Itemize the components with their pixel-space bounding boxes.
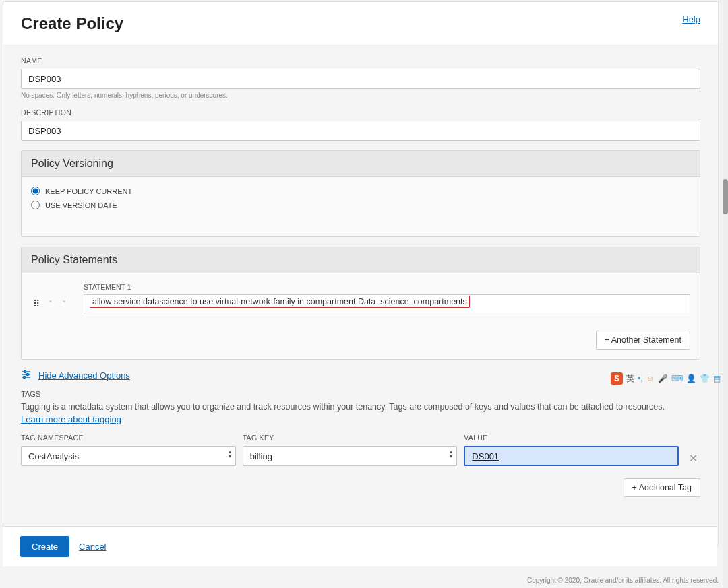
ime-skin-icon[interactable]: 👕 [700, 374, 710, 383]
name-label: NAME [21, 57, 700, 65]
tags-description: Tagging is a metadata system that allows… [21, 402, 700, 412]
settings-icon [21, 369, 32, 382]
keep-current-label: KEEP POLICY CURRENT [45, 187, 132, 195]
tag-key-select[interactable]: billing ▴▾ [243, 446, 458, 466]
statement-1-input[interactable]: allow service datascience to use virtual… [84, 294, 690, 313]
ime-toolbar: S 英 •, ☺ 🎤 ⌨ 👤 👕 ▤ [611, 372, 724, 385]
use-version-date-label: USE VERSION DATE [45, 201, 117, 209]
ime-emoji-icon[interactable]: ☺ [646, 374, 655, 383]
ime-user-icon[interactable]: 👤 [686, 374, 696, 383]
tags-label: TAGS [21, 390, 700, 398]
scrollbar-thumb[interactable] [723, 179, 728, 214]
name-hint: No spaces. Only letters, numerals, hyphe… [21, 92, 700, 99]
statement-1-label: STATEMENT 1 [84, 283, 690, 291]
add-statement-button[interactable]: + Another Statement [596, 331, 690, 350]
tag-key-value: billing [250, 451, 272, 461]
statement-1-text: allow service datascience to use virtual… [90, 296, 470, 308]
description-label: DESCRIPTION [21, 108, 700, 117]
chevron-updown-icon: ▴▾ [229, 449, 231, 459]
description-input[interactable] [21, 121, 700, 141]
learn-tagging-link[interactable]: Learn more about tagging [21, 414, 121, 424]
use-version-date-radio[interactable] [31, 201, 40, 209]
policy-statements-title: Policy Statements [22, 247, 700, 273]
ime-mic-icon[interactable]: 🎤 [658, 374, 668, 383]
keep-current-radio[interactable] [31, 187, 40, 195]
tag-namespace-label: TAG NAMESPACE [21, 434, 236, 442]
sogou-icon[interactable]: S [611, 372, 623, 385]
ime-punct-icon[interactable]: •, [638, 374, 643, 383]
page-title: Create Policy [21, 14, 123, 33]
tag-namespace-value: CostAnalysis [28, 451, 79, 461]
chevron-updown-icon: ▴▾ [450, 449, 452, 459]
copyright-text: Copyright © 2020, Oracle and/or its affi… [527, 577, 719, 584]
move-up-icon[interactable]: ˄ [46, 300, 55, 309]
tag-namespace-select[interactable]: CostAnalysis ▴▾ [21, 446, 236, 466]
tag-value-label: VALUE [464, 434, 679, 442]
add-tag-button[interactable]: + Additional Tag [624, 478, 700, 497]
tag-value-input[interactable] [464, 446, 679, 466]
create-button[interactable]: Create [20, 536, 69, 557]
hide-advanced-link[interactable]: Hide Advanced Options [38, 370, 130, 381]
ime-tool-icon[interactable]: ▤ [713, 374, 721, 383]
name-input[interactable] [21, 69, 700, 89]
policy-versioning-title: Policy Versioning [22, 151, 700, 177]
policy-versioning-panel: Policy Versioning KEEP POLICY CURRENT US… [21, 150, 700, 237]
policy-statements-panel: Policy Statements ⠿ ˄ ˅ STATEMENT 1 allo… [21, 247, 700, 360]
remove-tag-button[interactable]: ✕ [686, 451, 700, 466]
move-down-icon[interactable]: ˅ [59, 300, 69, 309]
page-header: Create Policy Help [3, 2, 718, 46]
tag-key-label: TAG KEY [243, 434, 458, 442]
scrollbar-track [723, 0, 728, 588]
cancel-link[interactable]: Cancel [79, 542, 106, 552]
ime-lang[interactable]: 英 [626, 373, 634, 385]
help-link[interactable]: Help [682, 14, 700, 24]
drag-handle-icon[interactable]: ⠿ [31, 298, 42, 309]
ime-keyboard-icon[interactable]: ⌨ [671, 374, 683, 383]
footer-bar: Create Cancel [3, 526, 717, 566]
